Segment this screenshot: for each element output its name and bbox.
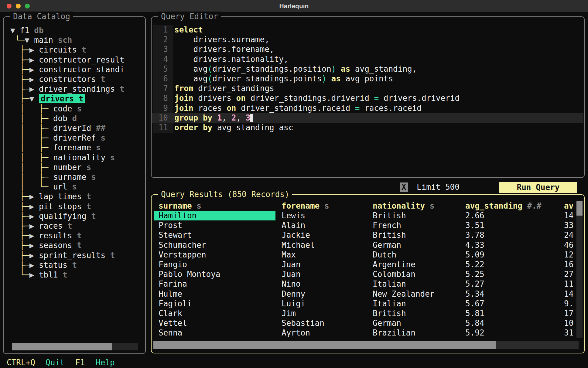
- table-cell[interactable]: Vettel: [159, 318, 187, 328]
- table-cell[interactable]: 14: [564, 211, 573, 220]
- editor-line-11[interactable]: 11order by avg_standing asc: [152, 123, 583, 132]
- table-cell[interactable]: Alain: [282, 220, 305, 230]
- results-vscrollbar-thumb[interactable]: [576, 201, 583, 216]
- editor-line-6[interactable]: 6 avg(driver_standings.points) as avg_po…: [152, 74, 583, 83]
- table-cell[interactable]: British: [373, 211, 406, 220]
- table-cell[interactable]: Italian: [373, 279, 406, 289]
- table-cell[interactable]: Colombian: [373, 269, 415, 279]
- table-cell[interactable]: 12: [564, 250, 573, 260]
- tree-item-surname[interactable]: │ ├─ surname s: [10, 172, 96, 182]
- table-cell[interactable]: Jackie: [282, 230, 310, 240]
- table-cell[interactable]: 5.81: [465, 308, 484, 318]
- table-cell[interactable]: 5.22: [465, 260, 484, 269]
- tree-item-results[interactable]: ├─▶ results t: [10, 231, 82, 240]
- table-row[interactable]: SchumacherMichaelGerman4.3346: [152, 240, 577, 250]
- table-cell[interactable]: 10: [564, 318, 573, 328]
- table-cell[interactable]: Senna: [159, 328, 182, 338]
- table-cell[interactable]: Hulme: [159, 289, 182, 299]
- tree-item-nationality[interactable]: │ ├─ nationality s: [10, 153, 115, 162]
- column-header-av[interactable]: av: [564, 201, 573, 211]
- tree-item-qualifying[interactable]: ├─▶ qualifying t: [10, 211, 96, 221]
- tree-item-seasons[interactable]: ├─▶ seasons t: [10, 240, 82, 250]
- tree-item-status[interactable]: ├─▶ status t: [10, 260, 77, 270]
- table-cell[interactable]: Sebastian: [282, 318, 324, 328]
- expand-icon[interactable]: ▶: [29, 212, 39, 221]
- table-cell[interactable]: 3.51: [465, 220, 484, 230]
- tree-item-constructor_standi[interactable]: ├─▶ constructor_standi: [10, 65, 125, 74]
- results-vertical-scrollbar[interactable]: [576, 201, 583, 338]
- tree-item-tbl1[interactable]: └─▶ tbl1 t: [10, 270, 67, 280]
- table-cell[interactable]: British: [373, 308, 406, 318]
- expand-icon[interactable]: ▶: [29, 55, 39, 64]
- tree-item-circuits[interactable]: ├─▶ circuits t: [10, 45, 86, 55]
- table-cell[interactable]: 5.27: [465, 279, 484, 289]
- results-horizontal-scrollbar[interactable]: [153, 341, 579, 349]
- table-row[interactable]: ProstAlainFrench3.5133: [152, 220, 577, 230]
- table-cell[interactable]: Verstappen: [159, 250, 206, 260]
- table-cell[interactable]: 11: [564, 279, 573, 289]
- tree-item-drivers[interactable]: ├─▼ drivers t: [10, 94, 85, 104]
- expand-icon[interactable]: ▶: [29, 231, 39, 240]
- tree-item-number[interactable]: │ ├─ number s: [10, 162, 91, 172]
- table-cell[interactable]: 31: [564, 328, 573, 338]
- table-cell[interactable]: Jim: [282, 308, 296, 318]
- table-cell[interactable]: Michael: [282, 240, 315, 250]
- table-cell[interactable]: 5.92: [465, 328, 484, 338]
- column-header-surname[interactable]: surname s: [159, 201, 201, 211]
- table-cell[interactable]: 46: [564, 240, 573, 250]
- expand-icon[interactable]: ▶: [29, 75, 39, 84]
- table-row[interactable]: ClarkJimBritish5.8117: [152, 308, 577, 318]
- tree-item-url[interactable]: │ └─ url s: [10, 182, 77, 192]
- collapse-icon[interactable]: ▼: [10, 26, 20, 35]
- table-cell[interactable]: Lewis: [282, 211, 305, 220]
- collapse-icon[interactable]: ▼: [25, 36, 34, 45]
- tree-item-driverId[interactable]: │ ├─ driverId ##: [10, 123, 105, 133]
- editor-line-4[interactable]: 4 drivers.nationality,: [152, 54, 583, 64]
- tree-item-forename[interactable]: │ ├─ forename s: [10, 143, 101, 152]
- table-cell[interactable]: 5.09: [465, 250, 484, 260]
- tree-item-races[interactable]: ├─▶ races t: [10, 221, 72, 231]
- expand-icon[interactable]: ▶: [29, 45, 39, 54]
- column-header-nationality[interactable]: nationality s: [373, 201, 435, 211]
- table-cell[interactable]: 5.34: [465, 289, 484, 299]
- table-cell[interactable]: Ayrton: [282, 328, 310, 338]
- editor-line-2[interactable]: 2 drivers.surname,: [152, 35, 583, 44]
- table-cell[interactable]: Schumacher: [159, 240, 206, 250]
- table-cell[interactable]: 17: [564, 308, 573, 318]
- expand-icon[interactable]: ▶: [29, 241, 39, 250]
- editor-line-9[interactable]: 9join races on driver_standings.raceid =…: [152, 103, 583, 113]
- table-cell[interactable]: 3.78: [465, 230, 484, 240]
- table-row[interactable]: FagioliLuigiItalian5.679.: [152, 299, 577, 308]
- table-row[interactable]: StewartJackieBritish3.7824: [152, 230, 577, 240]
- table-cell[interactable]: Prost: [159, 220, 182, 230]
- table-cell[interactable]: Juan: [282, 269, 301, 279]
- table-row[interactable]: Pablo MontoyaJuanColombian5.2527: [152, 269, 577, 279]
- footer-action-help[interactable]: Help: [96, 357, 115, 368]
- expand-icon[interactable]: ▶: [29, 202, 39, 211]
- tree-item-driver_standings[interactable]: ├─▶ driver_standings t: [10, 84, 125, 94]
- column-header-avg_standing[interactable]: avg_standing #.#: [465, 201, 541, 211]
- editor-line-8[interactable]: 8join drivers on driver_standings.driver…: [152, 93, 583, 103]
- column-header-forename[interactable]: forename s: [282, 201, 329, 211]
- table-cell[interactable]: 14: [564, 289, 573, 299]
- table-cell[interactable]: 5.25: [465, 269, 484, 279]
- run-query-button[interactable]: Run Query: [499, 182, 577, 193]
- tree-item-dob[interactable]: │ ├─ dob d: [10, 114, 77, 123]
- table-cell[interactable]: Pablo Montoya: [159, 269, 220, 279]
- table-cell[interactable]: 16: [564, 260, 573, 269]
- table-cell[interactable]: 4.33: [465, 240, 484, 250]
- expand-icon[interactable]: ▶: [29, 221, 39, 230]
- catalog-scrollbar-thumb[interactable]: [12, 343, 112, 350]
- table-row[interactable]: VerstappenMaxDutch5.0912: [152, 250, 577, 260]
- tree-item-lap_times[interactable]: ├─▶ lap_times t: [10, 192, 91, 201]
- editor-line-10[interactable]: 10group by 1, 2, 3: [152, 113, 583, 123]
- table-cell[interactable]: Luigi: [282, 299, 305, 308]
- table-cell[interactable]: Nino: [282, 279, 301, 289]
- table-cell[interactable]: 24: [564, 230, 573, 240]
- expand-icon[interactable]: ▶: [29, 84, 39, 94]
- table-cell[interactable]: German: [373, 240, 401, 250]
- tree-item-sprint_results[interactable]: ├─▶ sprint_results t: [10, 250, 115, 260]
- table-cell[interactable]: Farina: [159, 279, 187, 289]
- table-row[interactable]: HamiltonLewisBritish2.6614: [152, 211, 577, 220]
- selected-cell[interactable]: Hamilton: [154, 211, 275, 220]
